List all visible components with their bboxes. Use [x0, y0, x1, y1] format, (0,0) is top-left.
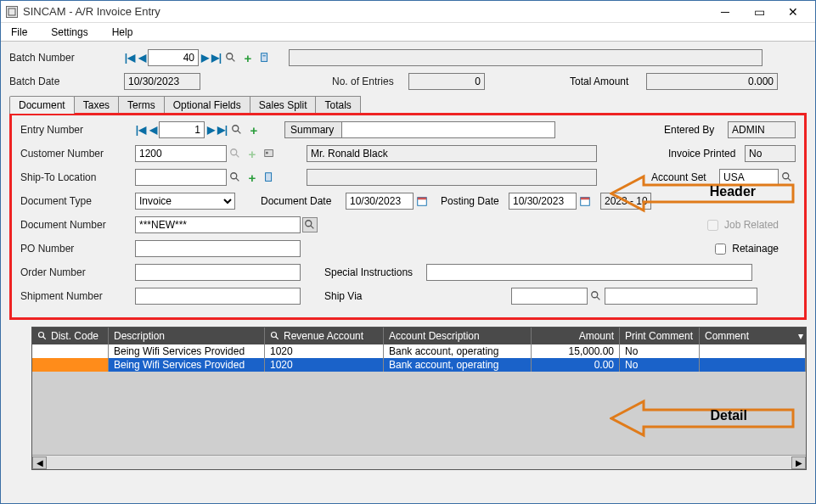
- tab-document[interactable]: Document: [9, 96, 75, 114]
- cell-accdesc[interactable]: Bank account, operating: [384, 344, 532, 358]
- tab-totals[interactable]: Totals: [315, 96, 360, 114]
- ship-via-code-input[interactable]: [511, 288, 588, 305]
- col-account-description[interactable]: Account Description: [384, 328, 532, 344]
- batch-first-icon[interactable]: |◀: [124, 52, 136, 64]
- document-type-select[interactable]: Invoice: [135, 193, 235, 210]
- col-dist-code[interactable]: Dist. Code: [32, 328, 109, 344]
- account-set-label: Account Set: [651, 171, 719, 183]
- invoice-printed-input: [745, 145, 796, 162]
- col-description[interactable]: Description: [109, 328, 265, 344]
- svg-rect-4: [262, 55, 266, 56]
- cell-rev[interactable]: 1020: [265, 344, 384, 358]
- grid-hscroll[interactable]: ◀ ▶: [32, 455, 806, 469]
- menu-help[interactable]: Help: [109, 25, 137, 40]
- svg-line-25: [43, 337, 46, 339]
- ship-via-finder-icon[interactable]: [589, 289, 603, 303]
- tab-taxes[interactable]: Taxes: [74, 96, 119, 114]
- document-number-finder-icon[interactable]: [302, 217, 318, 232]
- svg-point-14: [783, 173, 789, 179]
- batch-last-icon[interactable]: ▶|: [211, 52, 222, 64]
- customer-number-input[interactable]: [135, 145, 227, 162]
- account-set-input[interactable]: [719, 169, 779, 186]
- cell-comment[interactable]: [700, 344, 806, 358]
- scroll-track[interactable]: [47, 456, 791, 469]
- svg-rect-13: [266, 173, 272, 182]
- cell-print[interactable]: No: [620, 344, 700, 358]
- po-number-input[interactable]: [135, 240, 301, 257]
- cell-amount[interactable]: 15,000.00: [532, 344, 620, 358]
- shipto-finder-icon[interactable]: [228, 171, 242, 184]
- entry-first-icon[interactable]: |◀: [135, 124, 147, 136]
- tab-sales-split[interactable]: Sales Split: [250, 96, 317, 114]
- account-set-finder-icon[interactable]: [780, 171, 794, 184]
- special-instructions-input[interactable]: [426, 264, 752, 281]
- svg-point-24: [39, 333, 44, 338]
- entry-prev-icon[interactable]: ◀: [147, 124, 159, 136]
- ship-via-name-input[interactable]: [605, 288, 757, 305]
- cell-rev[interactable]: 1020: [265, 358, 384, 372]
- col-amount[interactable]: Amount: [532, 328, 620, 344]
- cell-accdesc[interactable]: Bank account, operating: [384, 358, 532, 372]
- svg-point-11: [231, 173, 237, 179]
- svg-rect-0: [8, 8, 15, 15]
- customer-new-icon[interactable]: +: [245, 147, 259, 160]
- total-amount-input: [646, 73, 778, 90]
- cell-amount[interactable]: 0.00: [532, 358, 620, 372]
- svg-line-23: [597, 297, 600, 300]
- shipto-input[interactable]: [135, 169, 227, 186]
- job-related-checkbox[interactable]: Job Related: [704, 217, 779, 233]
- scroll-left-icon[interactable]: ◀: [32, 456, 47, 469]
- cell-print[interactable]: No: [620, 358, 700, 372]
- titlebar: SINCAM - A/R Invoice Entry ─ ▭ ✕: [1, 1, 815, 23]
- document-date-calendar-icon[interactable]: [415, 194, 429, 208]
- svg-point-10: [266, 152, 268, 154]
- minimize-button[interactable]: ─: [708, 2, 742, 22]
- app-icon: [6, 6, 18, 18]
- shipto-zoom-icon[interactable]: [262, 171, 276, 184]
- entry-new-icon[interactable]: +: [247, 123, 261, 137]
- customer-finder-icon[interactable]: [228, 147, 242, 160]
- cell-desc[interactable]: Being Wifi Services Provided: [109, 344, 265, 358]
- customer-zoom-icon[interactable]: [262, 147, 276, 160]
- order-number-input[interactable]: [135, 264, 301, 281]
- col-comment[interactable]: Comment: [700, 328, 796, 344]
- cell-dist[interactable]: [32, 344, 109, 358]
- col-expand-icon[interactable]: ▾: [796, 328, 806, 344]
- entry-next-icon[interactable]: ▶: [205, 124, 217, 136]
- cell-comment[interactable]: [700, 358, 806, 372]
- shipto-new-icon[interactable]: +: [245, 171, 259, 184]
- entries-label: No. of Entries: [332, 76, 408, 87]
- cell-desc[interactable]: Being Wifi Services Provided: [109, 358, 265, 372]
- batch-prev-icon[interactable]: ◀: [136, 52, 148, 64]
- retainage-checkbox[interactable]: Retainage: [712, 241, 779, 257]
- batch-zoom-icon[interactable]: [258, 51, 272, 64]
- posting-date-input[interactable]: [509, 193, 577, 210]
- cell-dist[interactable]: [32, 358, 109, 372]
- menu-settings[interactable]: Settings: [48, 25, 91, 40]
- document-number-input[interactable]: [135, 216, 301, 233]
- batch-next-icon[interactable]: ▶: [199, 52, 211, 64]
- scroll-right-icon[interactable]: ▶: [791, 456, 806, 469]
- close-button[interactable]: ✕: [776, 2, 810, 22]
- tab-terms[interactable]: Terms: [118, 96, 165, 114]
- posting-date-calendar-icon[interactable]: [578, 194, 592, 208]
- grid-body[interactable]: Being Wifi Services Provided 1020 Bank a…: [32, 344, 806, 455]
- summary-input[interactable]: [342, 122, 554, 137]
- batch-new-icon[interactable]: +: [241, 51, 255, 64]
- col-print-comment[interactable]: Print Comment: [620, 328, 700, 344]
- batch-finder-icon[interactable]: [224, 51, 238, 64]
- col-revenue-account[interactable]: Revenue Account: [265, 328, 384, 344]
- entry-finder-icon[interactable]: [230, 123, 244, 137]
- maximize-button[interactable]: ▭: [742, 2, 776, 22]
- shipment-number-input[interactable]: [135, 288, 301, 305]
- batch-number-input[interactable]: [148, 49, 199, 66]
- svg-point-20: [306, 221, 312, 227]
- entry-number-input[interactable]: [159, 121, 205, 138]
- menu-file[interactable]: File: [8, 25, 31, 40]
- document-date-input[interactable]: [346, 193, 414, 210]
- tab-optional-fields[interactable]: Optional Fields: [164, 96, 250, 114]
- batch-desc-input[interactable]: [289, 49, 763, 66]
- document-number-label: Document Number: [20, 219, 135, 231]
- svg-rect-19: [581, 198, 590, 200]
- entry-last-icon[interactable]: ▶|: [217, 124, 228, 136]
